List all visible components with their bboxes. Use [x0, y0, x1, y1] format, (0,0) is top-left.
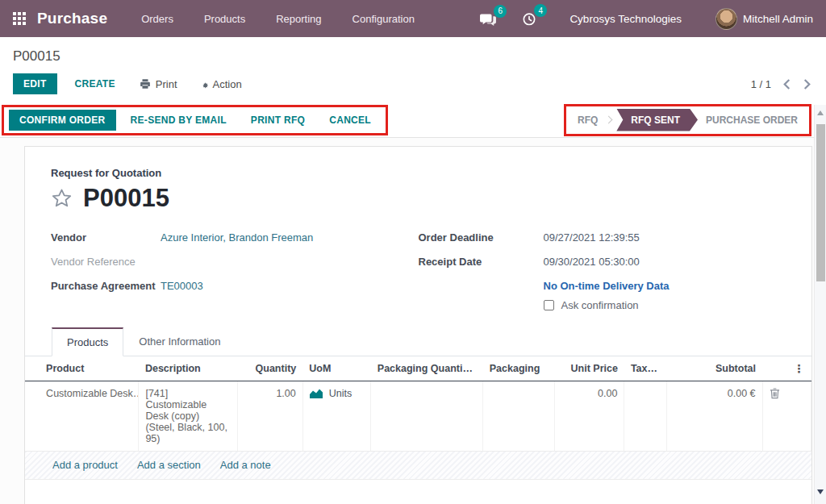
odoo-purchase-screen: Purchase Orders Products Reporting Confi… — [0, 0, 826, 504]
tab-products[interactable]: Products — [52, 327, 123, 356]
app-name[interactable]: Purchase — [37, 10, 107, 27]
cell-subtotal: 0.00 € — [666, 381, 762, 452]
ask-confirmation-checkbox[interactable] — [544, 300, 554, 310]
menu-configuration[interactable]: Configuration — [353, 13, 415, 25]
scroll-up-icon[interactable] — [817, 110, 824, 115]
notebook-tabs: Products Other Information — [25, 327, 811, 356]
breadcrumb[interactable]: P00015 — [13, 48, 60, 64]
printer-icon — [140, 78, 151, 90]
order-deadline-label: Order Deadline — [419, 231, 544, 244]
scroll-down-icon[interactable] — [817, 489, 824, 494]
pager-value[interactable]: 1 / 1 — [751, 78, 771, 90]
col-quantity[interactable]: Quantity — [238, 356, 303, 381]
col-product[interactable]: Product — [40, 356, 139, 381]
stage-purchase-order[interactable]: PURCHASE ORDER — [698, 115, 806, 126]
purchase-agreement-link[interactable]: TE00003 — [161, 280, 203, 292]
cell-description: [741] Customizable Desk (copy) (Steel, B… — [139, 381, 238, 452]
col-unit-price[interactable]: Unit Price — [554, 356, 624, 381]
order-deadline-value: 09/27/2021 12:39:55 — [544, 231, 640, 244]
stage-rfq-sent[interactable]: RFQ SENT — [616, 109, 698, 131]
col-subtotal[interactable]: Subtotal — [666, 356, 762, 381]
action-menu[interactable]: Action — [197, 78, 242, 90]
control-panel: EDIT CREATE Print Action 1 / 1 — [0, 66, 826, 102]
avatar[interactable] — [715, 8, 737, 30]
record-title: P00015 — [83, 185, 169, 210]
cell-packaging-quantity — [371, 381, 483, 452]
add-a-section-link[interactable]: Add a section — [137, 459, 201, 471]
handle-column-header — [25, 356, 40, 381]
doc-type-label: Request for Quotation — [51, 167, 786, 179]
activities-icon[interactable]: 4 — [521, 10, 537, 27]
apps-grid-icon[interactable] — [13, 12, 26, 25]
messages-icon[interactable]: 6 — [479, 11, 497, 27]
cell-unit-price: 0.00 — [554, 381, 624, 452]
favorite-star-icon[interactable] — [51, 188, 73, 209]
add-a-note-link[interactable]: Add a note — [220, 459, 271, 471]
annotation-box-buttons: CONFIRM ORDER RE-SEND BY EMAIL PRINT RFQ… — [2, 105, 388, 135]
col-packaging[interactable]: Packaging — [483, 356, 555, 381]
gear-icon — [197, 78, 208, 90]
company-switcher[interactable]: Cybrosys Technologies — [569, 13, 682, 25]
receipt-date-label: Receipt Date — [419, 256, 544, 268]
print-menu[interactable]: Print — [140, 78, 177, 90]
cancel-button[interactable]: CANCEL — [324, 114, 376, 127]
field-group: Vendor Azure Interior, Brandon Freeman V… — [51, 231, 786, 311]
menu-products[interactable]: Products — [204, 13, 245, 25]
tab-other-information[interactable]: Other Information — [123, 327, 236, 356]
pager-next-button[interactable] — [803, 79, 811, 90]
menu-reporting[interactable]: Reporting — [276, 13, 321, 25]
cell-packaging — [483, 381, 555, 452]
cell-uom: Units — [329, 388, 352, 399]
vendor-link[interactable]: Azure Interior, Brandon Freeman — [161, 231, 313, 244]
col-taxes[interactable]: Tax… — [624, 356, 666, 381]
resend-by-email-button[interactable]: RE-SEND BY EMAIL — [126, 114, 232, 127]
annotation-box-statusbar: RFQ RFQ SENT PURCHASE ORDER — [564, 104, 811, 136]
add-a-product-link[interactable]: Add a product — [52, 459, 118, 471]
fields-left-column: Vendor Azure Interior, Brandon Freeman V… — [51, 231, 419, 311]
table-row[interactable]: Customizable Desk… [741] Customizable De… — [25, 381, 811, 452]
messages-badge: 6 — [494, 5, 507, 18]
chevron-right-icon — [803, 79, 811, 90]
action-label: Action — [213, 78, 242, 90]
fields-right-column: Order Deadline 09/27/2021 12:39:55 Recei… — [419, 231, 786, 311]
col-description[interactable]: Description — [139, 356, 238, 381]
col-uom[interactable]: UoM — [302, 356, 371, 381]
ask-confirmation-label: Ask confirmation — [561, 299, 639, 311]
receipt-date-value: 09/30/2021 05:30:00 — [544, 256, 640, 268]
vendor-label: Vendor — [51, 231, 161, 244]
confirm-order-button[interactable]: CONFIRM ORDER — [9, 110, 116, 131]
edit-button[interactable]: EDIT — [13, 73, 57, 94]
pager-previous-button[interactable] — [782, 79, 791, 90]
stage-separator-icon — [605, 116, 613, 124]
row-handle — [25, 381, 40, 452]
statusbar-row: CONFIRM ORDER RE-SEND BY EMAIL PRINT RFQ… — [0, 102, 826, 138]
pager: 1 / 1 — [751, 78, 811, 90]
cell-quantity: 1.00 — [238, 381, 303, 452]
vendor-reference-label: Vendor Reference — [51, 256, 161, 268]
vertical-scrollbar[interactable] — [814, 105, 826, 504]
create-button[interactable]: CREATE — [70, 77, 120, 90]
navbar-right: 6 4 Cybrosys Technologies Mitchell Admin — [455, 8, 813, 30]
top-navbar: Purchase Orders Products Reporting Confi… — [0, 0, 826, 37]
scrollbar-thumb[interactable] — [816, 124, 825, 281]
chevron-left-icon — [782, 79, 791, 90]
add-line-row: Add a product Add a section Add a note — [25, 452, 811, 480]
stage-rfq[interactable]: RFQ — [569, 115, 606, 126]
activities-badge: 4 — [534, 4, 547, 17]
delivery-data-note: No On-time Delivery Data — [544, 280, 786, 292]
optional-columns-icon[interactable]: ⋮ — [769, 363, 804, 374]
order-lines-table: Product Description Quantity UoM Packagi… — [25, 356, 811, 452]
print-label: Print — [156, 78, 177, 90]
print-rfq-button[interactable]: PRINT RFQ — [246, 114, 310, 127]
form-view: Request for Quotation P00015 Vendor Azur… — [0, 138, 814, 504]
purchase-agreement-label: Purchase Agreement — [51, 280, 161, 292]
menu-orders[interactable]: Orders — [141, 13, 173, 25]
cell-product: Customizable Desk… — [40, 381, 139, 452]
breadcrumb-row: P00015 — [0, 37, 826, 66]
cell-taxes — [624, 381, 666, 452]
main-menu: Orders Products Reporting Configuration — [141, 13, 415, 25]
col-packaging-quantity[interactable]: Packaging Quanti… — [371, 356, 483, 381]
delete-line-icon[interactable] — [770, 388, 804, 399]
user-menu[interactable]: Mitchell Admin — [743, 13, 813, 25]
forecast-chart-icon[interactable] — [310, 388, 323, 398]
